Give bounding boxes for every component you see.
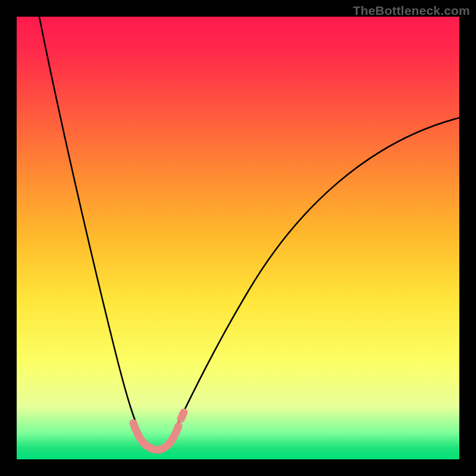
curve-layer xyxy=(17,17,459,459)
valley-marker xyxy=(181,412,184,419)
valley-highlight xyxy=(133,423,178,450)
gradient-plot-area xyxy=(17,17,459,459)
bottleneck-curve xyxy=(39,17,459,449)
chart-frame: TheBottleneck.com xyxy=(0,0,476,476)
watermark-label: TheBottleneck.com xyxy=(353,4,470,18)
